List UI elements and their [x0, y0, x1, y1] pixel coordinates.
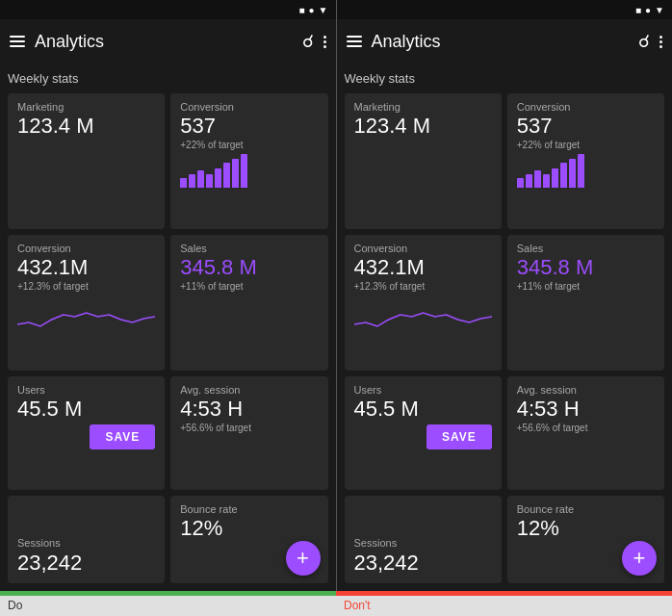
conversion-top-sub-2: +22% of target — [517, 140, 655, 150]
app-title-do: Analytics — [35, 32, 293, 52]
do-label: Do — [0, 596, 336, 615]
dont-panel: ■ ● ▼ Analytics ☌ Weekly stats Marketing… — [336, 0, 673, 591]
battery-icon-2: ▼ — [655, 5, 664, 15]
sales-sub-2: +11% of target — [517, 281, 655, 292]
avg-session-label-2: Avg. session — [517, 384, 655, 396]
fab-button-2[interactable]: + — [622, 541, 657, 576]
conversion-card-2: Conversion 432.1M +12.3% of target — [345, 235, 502, 371]
signal-icon-2: ■ — [635, 5, 641, 15]
save-button-2[interactable]: SAVE — [426, 424, 492, 449]
conversion-top-label: Conversion — [180, 101, 318, 113]
conversion-sub-2: +12.3% of target — [354, 281, 492, 292]
bounce-card-2: Bounce rate 12% + — [507, 496, 664, 583]
dont-label: Don't — [336, 596, 672, 615]
marketing-card: Marketing 123.4 M — [8, 93, 165, 229]
content-dont: Weekly stats Marketing 123.4 M Conversio… — [337, 64, 673, 591]
sessions-label-2: Sessions — [354, 537, 492, 549]
status-bar-dont: ■ ● ▼ — [337, 0, 673, 19]
sales-card: Sales 345.8 M +11% of target — [170, 235, 327, 371]
app-bar-dont: Analytics ☌ — [337, 19, 673, 64]
status-bar-do: ■ ● ▼ — [0, 0, 336, 19]
bar — [180, 178, 187, 188]
sales-label: Sales — [180, 243, 318, 254]
bar — [578, 154, 584, 188]
users-label-2: Users — [354, 384, 492, 396]
bar — [215, 168, 221, 188]
marketing-value: 123.4 M — [17, 115, 155, 138]
conversion-label-2: Conversion — [354, 243, 492, 254]
save-button[interactable]: SAVE — [90, 424, 155, 449]
conversion-value: 432.1M — [17, 256, 155, 279]
app-title-dont: Analytics — [372, 32, 630, 52]
wifi-icon-2: ● — [645, 5, 651, 15]
avg-session-value-2: 4:53 H — [517, 398, 655, 421]
bar — [241, 154, 247, 188]
do-panel: ■ ● ▼ Analytics ☌ Weekly stats Marketing… — [0, 0, 336, 591]
dont-label-section: Don't — [336, 591, 672, 616]
sales-card-2: Sales 345.8 M +11% of target — [507, 235, 664, 371]
more-icon[interactable] — [323, 36, 326, 48]
fab-button[interactable]: + — [286, 541, 321, 576]
avg-session-card-2: Avg. session 4:53 H +56.6% of target — [507, 376, 664, 491]
sales-label-2: Sales — [517, 243, 655, 254]
bar — [206, 174, 213, 188]
bounce-card: Bounce rate 12% + — [170, 496, 327, 583]
search-icon-2[interactable]: ☌ — [638, 31, 650, 52]
users-value-2: 45.5 M — [354, 398, 492, 421]
marketing-label-2: Marketing — [354, 101, 492, 113]
bar — [232, 159, 239, 188]
signal-icon: ■ — [299, 5, 305, 15]
users-value: 45.5 M — [17, 398, 155, 421]
users-bottom: SAVE — [17, 421, 155, 449]
conversion-value-2: 432.1M — [354, 256, 492, 279]
panels-container: ■ ● ▼ Analytics ☌ Weekly stats Marketing… — [0, 0, 672, 591]
marketing-card-2: Marketing 123.4 M — [345, 93, 502, 229]
weekly-stats-label-dont: Weekly stats — [345, 71, 665, 86]
bar-chart-do — [180, 154, 318, 188]
bar — [223, 163, 230, 188]
sessions-card-2: Sessions 23,242 — [345, 496, 502, 583]
bar — [197, 170, 204, 188]
sessions-card: Sessions 23,242 — [8, 496, 165, 583]
bounce-label-2: Bounce rate — [517, 503, 655, 515]
bar — [526, 174, 532, 188]
search-icon[interactable]: ☌ — [302, 31, 314, 52]
weekly-stats-label-do: Weekly stats — [8, 71, 328, 86]
sales-value: 345.8 M — [180, 256, 318, 279]
battery-icon: ▼ — [319, 5, 328, 15]
bar — [189, 174, 195, 188]
bounce-label: Bounce rate — [180, 503, 318, 515]
marketing-label: Marketing — [17, 101, 155, 113]
wifi-icon: ● — [309, 5, 315, 15]
bounce-value-2: 12% — [517, 517, 655, 540]
avg-session-label: Avg. session — [180, 384, 318, 396]
sales-sub: +11% of target — [180, 281, 318, 292]
avg-session-sub: +56.6% of target — [180, 423, 318, 433]
more-icon-2[interactable] — [659, 36, 662, 48]
conversion-top-value: 537 — [180, 115, 318, 138]
content-do: Weekly stats Marketing 123.4 M Conversio… — [0, 64, 336, 591]
sales-value-2: 345.8 M — [517, 256, 655, 279]
conversion-top-value-2: 537 — [517, 115, 655, 138]
conversion-top-card: Conversion 537 +22% of target — [170, 93, 327, 229]
bar-chart-dont — [517, 154, 655, 188]
users-label: Users — [17, 384, 155, 396]
conversion-card: Conversion 432.1M +12.3% of target — [8, 235, 165, 371]
conversion-top-label-2: Conversion — [517, 101, 655, 113]
users-card-2: Users 45.5 M SAVE — [345, 376, 502, 491]
conversion-sub: +12.3% of target — [17, 281, 155, 292]
menu-icon[interactable] — [10, 36, 25, 47]
bar — [534, 170, 541, 188]
stats-grid-do: Marketing 123.4 M Conversion 537 +22% of… — [8, 93, 328, 583]
avg-session-value: 4:53 H — [180, 398, 318, 421]
sessions-label: Sessions — [17, 537, 155, 549]
users-card: Users 45.5 M SAVE — [8, 376, 165, 491]
users-bottom-2: SAVE — [354, 421, 492, 449]
menu-icon-2[interactable] — [347, 36, 362, 47]
conversion-label: Conversion — [17, 243, 155, 254]
line-chart-do — [17, 295, 155, 329]
stats-grid-dont: Marketing 123.4 M Conversion 537 +22% of… — [345, 93, 665, 583]
line-chart-dont — [354, 295, 492, 329]
marketing-value-2: 123.4 M — [354, 115, 492, 138]
sessions-value-2: 23,242 — [354, 551, 492, 576]
